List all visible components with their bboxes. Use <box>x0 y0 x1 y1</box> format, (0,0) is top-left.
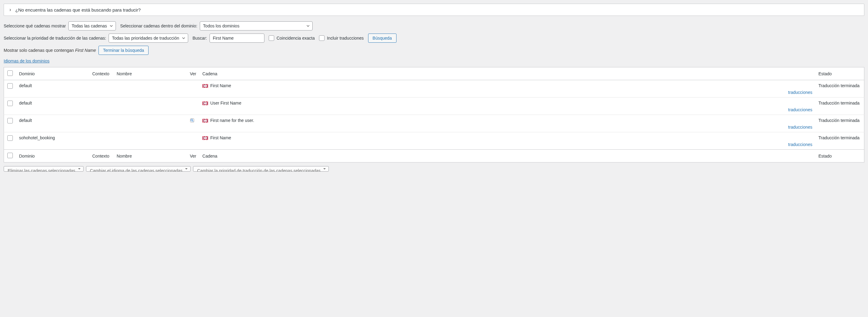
cell-name <box>114 98 187 115</box>
priority-label: Seleccionar la prioridad de traducción d… <box>4 36 106 40</box>
th-string[interactable]: Cadena <box>199 67 815 80</box>
row-checkbox[interactable] <box>7 83 13 89</box>
domain-languages-link[interactable]: Idiomas de los dominios <box>4 59 50 63</box>
chevron-right-icon: › <box>9 7 11 12</box>
tf-ver[interactable]: Ver <box>187 150 199 162</box>
domain-label: Seleccionar cadenas dentro del dominio: <box>120 24 197 28</box>
cell-status: Traducción terminada <box>815 132 864 150</box>
string-text: First Name <box>209 135 231 140</box>
uk-flag-icon <box>203 84 208 88</box>
table-row: sohohotel_booking First Nametraducciones… <box>4 132 864 150</box>
cell-ver <box>187 80 199 98</box>
select-all-checkbox-top[interactable] <box>7 70 13 76</box>
select-strings-dropdown[interactable]: Todas las cadenas <box>68 21 116 30</box>
cell-status: Traducción terminada <box>815 98 864 115</box>
filters-row-2: Seleccionar la prioridad de traducción d… <box>4 34 864 43</box>
string-text: User First Name <box>209 101 242 105</box>
cell-string: User First Nametraducciones <box>199 98 815 115</box>
tf-status[interactable]: Estado <box>815 150 864 162</box>
cell-context <box>89 132 114 150</box>
th-context[interactable]: Contexto <box>89 67 114 80</box>
uk-flag-icon <box>203 136 208 140</box>
cell-domain: sohohotel_booking <box>16 132 89 150</box>
cell-string: First Nametraducciones <box>199 80 815 98</box>
cell-string: First Nametraducciones <box>199 132 815 150</box>
change-language-dropdown[interactable]: Cambiar el idioma de las cadenas selecci… <box>86 166 191 171</box>
end-search-button[interactable]: Terminar la búsqueda <box>98 46 149 55</box>
translations-link[interactable]: traducciones <box>788 107 812 112</box>
filters-row-1: Seleccione qué cadenas mostrar Todas las… <box>4 21 864 30</box>
tf-string[interactable]: Cadena <box>199 150 815 162</box>
bottom-actions: Eliminar las cadenas seleccionadas Cambi… <box>4 166 864 171</box>
cell-name <box>114 115 187 132</box>
exact-match-checkbox[interactable] <box>269 35 274 41</box>
cell-status: Traducción terminada <box>815 115 864 132</box>
priority-dropdown[interactable]: Todas las prioridades de traducción <box>108 34 188 43</box>
select-strings-label: Seleccione qué cadenas mostrar <box>4 24 66 28</box>
tf-domain[interactable]: Dominio <box>16 150 89 162</box>
cell-context <box>89 98 114 115</box>
table-row: default First name for the user.traducci… <box>4 115 864 132</box>
select-all-checkbox-bottom[interactable] <box>7 153 13 158</box>
search-input[interactable] <box>210 34 265 43</box>
domain-dropdown[interactable]: Todos los dominios <box>200 21 313 30</box>
magnify-icon[interactable] <box>190 118 195 123</box>
include-translations-checkbox[interactable] <box>319 35 324 41</box>
string-text: First name for the user. <box>209 118 254 123</box>
cell-context <box>89 115 114 132</box>
cell-status: Traducción terminada <box>815 80 864 98</box>
show-only-term: First Name <box>75 48 96 53</box>
table-row: default First NametraduccionesTraducción… <box>4 80 864 98</box>
tf-context[interactable]: Contexto <box>89 150 114 162</box>
help-panel[interactable]: › ¿No encuentra las cadenas que está bus… <box>4 4 864 16</box>
change-priority-dropdown[interactable]: Cambiar la prioridad de traducción de la… <box>193 166 329 171</box>
row-checkbox[interactable] <box>7 135 13 141</box>
delete-selected-button[interactable]: Eliminar las cadenas seleccionadas <box>4 166 84 171</box>
translations-link[interactable]: traducciones <box>788 142 812 147</box>
string-text: First Name <box>209 83 231 88</box>
table-row: default User First NametraduccionesTradu… <box>4 98 864 115</box>
cell-domain: default <box>16 80 89 98</box>
cell-domain: default <box>16 115 89 132</box>
include-translations-label: Incluir traducciones <box>327 36 364 40</box>
cell-ver <box>187 132 199 150</box>
exact-match-label: Coincidencia exacta <box>277 36 315 40</box>
row-checkbox[interactable] <box>7 101 13 106</box>
cell-name <box>114 80 187 98</box>
th-status[interactable]: Estado <box>815 67 864 80</box>
translations-link[interactable]: traducciones <box>788 90 812 95</box>
cell-context <box>89 80 114 98</box>
help-panel-text: ¿No encuentra las cadenas que está busca… <box>15 7 141 12</box>
row-checkbox[interactable] <box>7 118 13 123</box>
translations-link[interactable]: traducciones <box>788 125 812 130</box>
cell-string: First name for the user.traducciones <box>199 115 815 132</box>
show-only-label: Mostrar solo cadenas que contengan First… <box>4 48 96 53</box>
tf-name[interactable]: Nombre <box>114 150 187 162</box>
strings-table: Dominio Contexto Nombre Ver Cadena Estad… <box>4 67 864 162</box>
cell-name <box>114 132 187 150</box>
th-ver[interactable]: Ver <box>187 67 199 80</box>
cell-ver <box>187 98 199 115</box>
cell-domain: default <box>16 98 89 115</box>
search-label: Buscar: <box>192 36 207 40</box>
uk-flag-icon <box>203 119 208 123</box>
th-domain[interactable]: Dominio <box>16 67 89 80</box>
cell-ver <box>187 115 199 132</box>
search-status-row: Mostrar solo cadenas que contengan First… <box>4 46 864 55</box>
search-button[interactable]: Búsqueda <box>368 34 397 43</box>
th-name[interactable]: Nombre <box>114 67 187 80</box>
uk-flag-icon <box>203 101 208 105</box>
